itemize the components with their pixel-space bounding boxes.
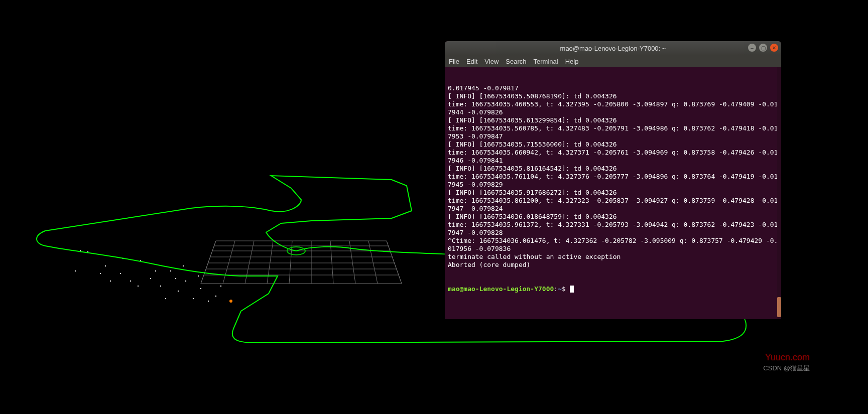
menu-bar: File Edit View Search Terminal Help	[445, 55, 781, 67]
svg-line-10	[387, 241, 402, 284]
menu-edit[interactable]: Edit	[466, 58, 477, 65]
watermark-site: Yuucn.com	[765, 352, 810, 363]
svg-point-18	[120, 273, 121, 274]
svg-point-21	[150, 278, 151, 279]
terminal-line: ^Ctime: 1667534036.061476, t: 4.327362 -…	[448, 237, 778, 253]
svg-point-26	[193, 298, 194, 299]
terminal-scrollbar[interactable]	[777, 67, 781, 319]
svg-point-38	[100, 273, 101, 274]
window-title: mao@mao-Lenovo-Legion-Y7000: ~	[445, 45, 781, 52]
svg-line-1	[201, 241, 216, 284]
maximize-button[interactable]: ▢	[759, 44, 767, 52]
terminal-line: [ INFO] [1667534035.508768190]: td 0.004…	[448, 92, 778, 100]
svg-point-36	[220, 286, 221, 287]
svg-point-32	[165, 298, 166, 299]
terminal-line: time: 1667534035.560785, t: 4.327483 -0.…	[448, 124, 778, 141]
svg-point-34	[198, 275, 199, 277]
svg-point-19	[130, 281, 131, 282]
terminal-window: mao@mao-Lenovo-Legion-Y7000: ~ – ▢ ✕ Fil…	[445, 41, 781, 319]
terminal-prompt-line: mao@mao-Lenovo-Legion-Y7000:~$	[448, 285, 778, 293]
terminal-line: 0.017945 -0.079817	[448, 84, 778, 92]
terminal-line: time: 1667534035.460553, t: 4.327395 -0.…	[448, 100, 778, 116]
point-cloud	[75, 250, 221, 302]
svg-point-23	[170, 270, 171, 271]
svg-line-8	[349, 241, 355, 284]
terminal-line: [ INFO] [1667534035.816164542]: td 0.004…	[448, 165, 778, 173]
terminal-cursor	[570, 286, 574, 293]
terminal-body[interactable]: 0.017945 -0.079817[ INFO] [1667534035.50…	[445, 67, 781, 319]
terminal-line: terminate called without an active excep…	[448, 253, 778, 261]
terminal-line: Aborted (core dumped)	[448, 261, 778, 269]
svg-point-25	[185, 281, 186, 282]
terminal-scrollbar-thumb[interactable]	[777, 297, 781, 317]
svg-point-30	[138, 286, 139, 287]
terminal-line: time: 1667534035.761104, t: 4.327376 -0.…	[448, 173, 778, 189]
terminal-line: [ INFO] [1667534035.715536000]: td 0.004…	[448, 141, 778, 149]
menu-terminal[interactable]: Terminal	[534, 58, 558, 65]
terminal-output: 0.017945 -0.079817[ INFO] [1667534035.50…	[448, 84, 778, 269]
minimize-button[interactable]: –	[748, 44, 756, 52]
svg-point-27	[200, 288, 201, 289]
prompt-path: ~	[558, 285, 562, 293]
watermark-author: CSDN @猫星星	[763, 364, 810, 373]
menu-help[interactable]: Help	[565, 58, 579, 65]
svg-point-35	[215, 296, 216, 297]
window-titlebar[interactable]: mao@mao-Lenovo-Legion-Y7000: ~ – ▢ ✕	[445, 41, 781, 55]
svg-point-17	[105, 265, 106, 266]
svg-point-24	[178, 291, 179, 292]
svg-point-31	[155, 270, 156, 271]
svg-line-2	[223, 241, 235, 284]
svg-point-28	[208, 301, 209, 302]
terminal-line: time: 1667534035.961372, t: 4.327331 -0.…	[448, 221, 778, 237]
svg-point-37	[110, 281, 111, 282]
terminal-line: time: 1667534035.861200, t: 4.327323 -0.…	[448, 197, 778, 213]
svg-point-33	[175, 278, 176, 279]
menu-view[interactable]: View	[484, 58, 499, 65]
close-button[interactable]: ✕	[770, 44, 778, 52]
svg-point-39	[75, 270, 76, 271]
svg-point-40	[183, 265, 184, 266]
terminal-line: [ INFO] [1667534035.917686272]: td 0.004…	[448, 189, 778, 197]
menu-search[interactable]: Search	[506, 58, 526, 65]
terminal-line: time: 1667534035.660942, t: 4.327371 -0.…	[448, 149, 778, 165]
svg-line-4	[267, 241, 273, 284]
window-controls: – ▢ ✕	[748, 44, 778, 52]
origin-marker	[229, 300, 232, 303]
terminal-line: [ INFO] [1667534035.613299854]: td 0.004…	[448, 116, 778, 124]
terminal-line: [ INFO] [1667534036.018648759]: td 0.004…	[448, 213, 778, 221]
prompt-user-host: mao@mao-Lenovo-Legion-Y7000	[448, 285, 554, 293]
svg-line-9	[368, 241, 378, 284]
svg-line-3	[245, 241, 254, 284]
svg-point-22	[160, 286, 161, 287]
menu-file[interactable]: File	[449, 58, 459, 65]
